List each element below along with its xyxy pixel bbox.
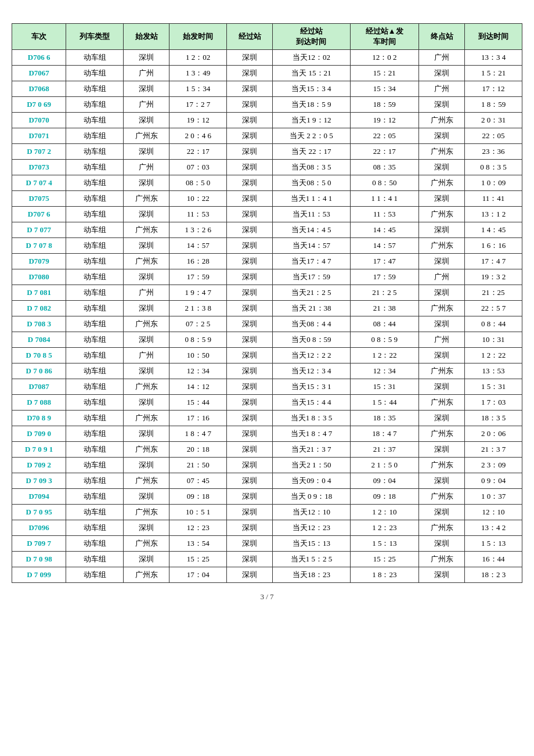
table-row: D 7 082动车组深圳2 1：3 8深圳当天 21：3821：38广州东22：… — [12, 301, 522, 316]
data-cell: 当天1 9：12 — [273, 113, 350, 128]
table-row: D7070动车组深圳19：12深圳当天1 9：1219：12广州东2 0：31 — [12, 113, 522, 128]
data-cell: 1 5：44 — [350, 395, 418, 411]
data-cell: 当天12：10 — [273, 505, 350, 520]
data-cell: 动车组 — [66, 332, 124, 348]
data-cell: 13：54 — [169, 536, 227, 552]
data-cell: 动车组 — [66, 363, 124, 379]
data-cell: 09：18 — [350, 489, 418, 505]
data-cell: 1 7：03 — [465, 395, 522, 411]
data-cell: 广州东 — [124, 442, 169, 458]
data-cell: 深圳 — [227, 238, 273, 254]
data-cell: 深圳 — [227, 269, 273, 285]
data-cell: 1 5：21 — [465, 66, 522, 81]
data-cell: 21：25 — [465, 285, 522, 301]
table-row: D 7 07 4动车组深圳08：5 0深圳当天08：5 00 8：50广州东1 … — [12, 175, 522, 191]
data-cell: 深圳 — [419, 567, 465, 583]
data-cell: 1 0：09 — [465, 175, 522, 191]
data-cell: 1 6：16 — [465, 238, 522, 254]
data-cell: 深圳 — [227, 254, 273, 269]
table-row: D7075动车组广州东10：22深圳当天1 1：4 11 1：4 1深圳11：4… — [12, 191, 522, 207]
data-cell: 广州东 — [124, 567, 169, 583]
train-id-cell: D7079 — [12, 254, 66, 269]
data-cell: 广州东 — [419, 144, 465, 160]
train-id-cell: D 70 8 5 — [12, 348, 66, 363]
train-id-cell: D7068 — [12, 81, 66, 97]
data-cell: 广州东 — [124, 222, 169, 238]
table-row: D707 6动车组深圳11：53深圳当天11：5311：53广州东13：1 2 — [12, 207, 522, 222]
data-cell: 12：10 — [465, 505, 522, 520]
data-cell: 广州东 — [419, 113, 465, 128]
data-cell: 深圳 — [227, 301, 273, 316]
data-cell: 2 0：06 — [465, 426, 522, 442]
data-cell: 17：4 7 — [465, 254, 522, 269]
data-cell: 深圳 — [227, 222, 273, 238]
data-cell: 21：37 — [350, 442, 418, 458]
data-cell: 深圳 — [419, 128, 465, 144]
data-cell: 当天 0 9：18 — [273, 489, 350, 505]
train-id-cell: D70 8 9 — [12, 411, 66, 426]
data-cell: 11：41 — [465, 191, 522, 207]
data-cell: 深圳 — [227, 191, 273, 207]
table-row: D7067动车组广州1 3：49深圳当天 15：2115：21深圳1 5：21 — [12, 66, 522, 81]
data-cell: 动车组 — [66, 316, 124, 332]
data-cell: 17：2 7 — [169, 97, 227, 113]
data-cell: 当天 2 2：0 5 — [273, 128, 350, 144]
data-cell: 动车组 — [66, 175, 124, 191]
data-cell: 深圳 — [227, 395, 273, 411]
data-cell: 深圳 — [124, 50, 169, 66]
data-cell: 深圳 — [227, 113, 273, 128]
data-cell: 深圳 — [227, 144, 273, 160]
data-cell: 0 9：04 — [465, 473, 522, 489]
data-cell: 当天2 1：50 — [273, 458, 350, 473]
data-cell: 13：4 2 — [465, 520, 522, 536]
data-cell: 深圳 — [227, 207, 273, 222]
data-cell: 14：12 — [169, 379, 227, 395]
data-cell: 当天1 8：4 7 — [273, 426, 350, 442]
data-cell: 15：44 — [169, 395, 227, 411]
data-cell: 10：31 — [465, 332, 522, 348]
data-cell: 18：35 — [350, 411, 418, 426]
data-cell: 深圳 — [419, 66, 465, 81]
data-cell: 深圳 — [227, 160, 273, 175]
data-cell: 23：36 — [465, 144, 522, 160]
data-cell: 21：3 7 — [465, 442, 522, 458]
data-cell: 22：17 — [169, 144, 227, 160]
data-cell: 16：44 — [465, 552, 522, 567]
train-id-cell: D 708 3 — [12, 316, 66, 332]
data-cell: 当天17：59 — [273, 269, 350, 285]
data-cell: 动车组 — [66, 411, 124, 426]
data-cell: 07：45 — [169, 473, 227, 489]
data-cell: 动车组 — [66, 395, 124, 411]
train-id-cell: D7087 — [12, 379, 66, 395]
data-cell: 19：12 — [350, 113, 418, 128]
data-cell: 广州东 — [419, 207, 465, 222]
data-cell: 广州 — [124, 348, 169, 363]
table-row: D 707 2动车组深圳22：17深圳当天 22：1722：17广州东23：36 — [12, 144, 522, 160]
data-cell: 10：50 — [169, 348, 227, 363]
data-cell: 广州 — [419, 50, 465, 66]
table-row: D7080动车组深圳17：59深圳当天17：5917：59广州19：3 2 — [12, 269, 522, 285]
data-cell: 当天11：53 — [273, 207, 350, 222]
data-cell: 深圳 — [227, 411, 273, 426]
data-cell: 当天0 8：59 — [273, 332, 350, 348]
data-cell: 广州东 — [124, 411, 169, 426]
data-cell: 0 8：44 — [465, 316, 522, 332]
train-id-cell: D 7 0 86 — [12, 363, 66, 379]
data-cell: 2 3：09 — [465, 458, 522, 473]
data-cell: 15：21 — [350, 66, 418, 81]
data-cell: 当天1 8：3 5 — [273, 411, 350, 426]
train-schedule-table: 车次 列车类型 始发站 始发时间 经过站 经过站到达时间 经过站▲发车时间 终点… — [12, 23, 522, 583]
data-cell: 11：53 — [169, 207, 227, 222]
data-cell: 动车组 — [66, 285, 124, 301]
data-cell: 深圳 — [124, 269, 169, 285]
data-cell: 1 5：34 — [169, 81, 227, 97]
data-cell: 动车组 — [66, 520, 124, 536]
data-cell: 1 4：45 — [465, 222, 522, 238]
train-id-cell: D 707 2 — [12, 144, 66, 160]
data-cell: 深圳 — [227, 473, 273, 489]
main-content: 车次 列车类型 始发站 始发时间 经过站 经过站到达时间 经过站▲发车时间 终点… — [12, 23, 522, 602]
data-cell: 广州 — [124, 285, 169, 301]
data-cell: 当天 22：17 — [273, 144, 350, 160]
table-row: D 7 081动车组广州1 9：4 7深圳当天21：2 521：2 5深圳21：… — [12, 285, 522, 301]
data-cell: 当天17：4 7 — [273, 254, 350, 269]
